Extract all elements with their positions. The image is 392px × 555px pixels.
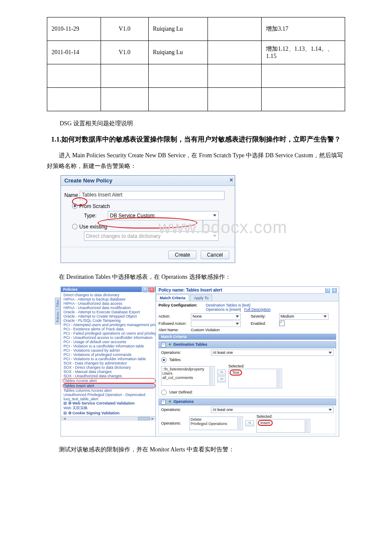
policy-tree-item[interactable]: Oracle - PL/SQL Code Tampering xyxy=(63,318,156,323)
operations-label: Operations: xyxy=(161,350,181,355)
operations-label-2: Operations: xyxy=(161,421,187,425)
policies-vtab[interactable]: Policies xyxy=(55,309,61,324)
policy-tree-item[interactable]: PCI - Attempted users and privileges man… xyxy=(63,323,156,327)
move-right-button[interactable]: ➪ xyxy=(217,370,226,376)
tab-apply-to[interactable]: Apply To xyxy=(190,295,212,301)
close-icon[interactable]: × xyxy=(149,287,155,293)
annotation-circle: Insert xyxy=(258,420,273,426)
collapse-icon[interactable]: − xyxy=(161,400,166,405)
policy-tree-item[interactable]: lurq_test_table_alert xyxy=(63,397,156,401)
policy-tree-item[interactable]: HIPAA - Attempt to backup database xyxy=(63,297,156,301)
policy-tree-item[interactable]: Direct changes to data dictionary xyxy=(63,293,156,297)
policies-panel: Policies ⟳ × Direct changes to data dict… xyxy=(61,286,339,436)
policy-tree-item[interactable]: SOX - Unauthorized data changes xyxy=(63,374,156,378)
tables-radio[interactable] xyxy=(161,357,167,363)
policy-tree-item[interactable]: PCI - Violations caused by admin xyxy=(63,348,156,353)
policy-tree-item[interactable]: SOX - Direct changes to data dictionary xyxy=(63,365,156,370)
policy-tree[interactable]: Direct changes to data dictionaryHIPAA -… xyxy=(61,292,156,416)
operations-combo[interactable]: At least one xyxy=(211,350,334,356)
name-label: Name xyxy=(64,192,78,198)
policy-tree-item[interactable]: Tables Insert alert xyxy=(63,383,156,388)
table-row xyxy=(47,64,345,88)
dest-tables-header[interactable]: − ✦ Destination Tables xyxy=(159,341,336,348)
available-tables-list[interactable]: ::fn_listextendedproperty Users all_col_… xyxy=(161,366,215,386)
v-scrollbar[interactable] xyxy=(277,370,281,387)
move-left-button[interactable]: ⇦ xyxy=(217,376,226,382)
policy-tree-item[interactable]: HIPAA - Unauthorized data modification xyxy=(63,306,156,310)
operations-combo-2[interactable]: At least one xyxy=(211,407,334,413)
severity-combo[interactable]: Medium xyxy=(279,313,329,320)
policy-tree-item[interactable]: Unauthorized Privileged Operation - Depr… xyxy=(63,393,156,397)
severity-label: Severity: xyxy=(251,314,277,318)
sidebar-header: Policies ⟳ × xyxy=(61,287,156,292)
section-heading: 1.1.如何对数据库中的敏感表设置操作限制，当有用户对敏感表进行限制操作时，立即… xyxy=(47,133,345,145)
dialog-title: Create New Policy × xyxy=(61,176,235,186)
collapse-icon[interactable]: − xyxy=(161,343,166,347)
policy-tree-item[interactable]: SOX - Manual data changes xyxy=(63,370,156,374)
policy-tree-item[interactable]: Tables columns Access alert xyxy=(63,388,156,393)
operations-header[interactable]: − ✦ Operations xyxy=(159,399,336,405)
policy-tree-item[interactable]: PCI - Violation to a cardholder informat… xyxy=(63,344,156,348)
desc-line-1: Destination Tables is [test] xyxy=(206,303,336,307)
plus-icon[interactable]: ✦ xyxy=(168,399,172,404)
tab-match-criteria[interactable]: Match Criteria xyxy=(156,295,189,301)
existing-combo[interactable]: Direct changes to data dictionary xyxy=(84,231,219,241)
policy-tree-item[interactable]: PCI - Usage of default user accounts xyxy=(63,340,156,344)
full-description-link[interactable]: Full Description xyxy=(244,307,271,312)
use-existing-radio[interactable] xyxy=(72,224,78,229)
enabled-label: Enabled: xyxy=(251,321,277,326)
v-scrollbar[interactable] xyxy=(305,420,309,432)
annotation-circle: Test xyxy=(230,370,242,376)
restore-icon[interactable]: ❐ xyxy=(325,288,331,294)
available-ops-list[interactable]: Delete Privileged Operations xyxy=(189,416,243,430)
policy-name-header: Policy name: Tables Insert alert ❐ S xyxy=(156,287,339,294)
policies-sidebar: Policies ⟳ × Direct changes to data dict… xyxy=(61,287,156,436)
history-table: 2010-11-29 V1.0 Ruiqiang Lu 增加3.17 2011-… xyxy=(47,17,345,111)
policy-tree-item[interactable]: Oracle - Attempt to Create Wrapped Objec… xyxy=(63,314,156,318)
intro-text: DSG 设置相关问题处理说明 xyxy=(60,120,345,127)
filter-vtab[interactable]: Filter xyxy=(55,298,61,309)
v-scrollbar[interactable] xyxy=(209,367,213,385)
policy-tree-item[interactable]: SOX - Data changes by administrator xyxy=(63,361,156,365)
create-button[interactable]: Create xyxy=(168,251,196,259)
policy-config-label: Policy Configuration: xyxy=(159,303,197,312)
desc-line-2: Operations is [insert] Full Description xyxy=(206,307,336,312)
from-scratch-radio[interactable] xyxy=(72,203,78,209)
selected-ops-list[interactable]: Insert xyxy=(257,419,310,433)
operations-label: Operations: xyxy=(161,408,181,412)
cancel-button[interactable]: Cancel xyxy=(201,251,229,259)
policy-tree-item[interactable]: Web 关联策略 xyxy=(63,405,156,411)
policy-tree-item[interactable]: ⊟ ⚙ Cookie Signing Validation xyxy=(63,411,156,415)
policy-tree-item[interactable]: ⊟ ⚙ Web Service Correlated Validation xyxy=(63,401,156,405)
refresh-icon[interactable]: ⟳ xyxy=(142,287,148,293)
chevron-down-icon xyxy=(213,214,216,217)
paragraph-2: 在 Destination Tables 中选择敏感表，在 Operations… xyxy=(47,272,345,282)
action-label: Action: xyxy=(159,314,188,318)
policy-tree-item[interactable]: Oracle - Attempt to Execute Database Exp… xyxy=(63,310,156,314)
policy-tree-item[interactable]: Tables Access alert xyxy=(63,378,156,383)
tables-radio-label: Tables: xyxy=(169,358,182,362)
policy-tree-item[interactable]: PCI - Unauthorized access to cardholder … xyxy=(63,335,156,340)
selected-label: Selected: xyxy=(228,364,282,368)
table-row: 2010-11-29 V1.0 Ruiqiang Lu 增加3.17 xyxy=(47,17,345,41)
enabled-checkbox[interactable] xyxy=(279,321,285,326)
chevron-down-icon xyxy=(213,235,216,237)
policy-tree-item[interactable]: PCI - Violations of privileged commands xyxy=(63,353,156,357)
action-combo[interactable]: None xyxy=(191,313,241,320)
policy-tree-item[interactable]: PCI - Existence alerts of Track data xyxy=(63,327,156,331)
h-scrollbar[interactable]: ◄► xyxy=(61,416,156,421)
followed-combo[interactable] xyxy=(191,321,241,327)
move-right-button[interactable]: ➪ xyxy=(245,420,254,426)
selected-tables-list[interactable]: Test xyxy=(228,369,282,388)
close-icon[interactable]: × xyxy=(230,176,233,183)
save-icon[interactable]: S xyxy=(331,288,337,294)
plus-icon[interactable]: ✦ xyxy=(168,342,172,347)
v-scrollbar[interactable] xyxy=(237,417,242,429)
user-defined-radio[interactable] xyxy=(161,390,167,395)
policy-tree-item[interactable]: PCI - Failed privileged operations on us… xyxy=(63,331,156,335)
policy-tree-item[interactable]: PCI - Violations to a cardholder informa… xyxy=(63,357,156,361)
policy-name-input[interactable]: Tables Insert Alert xyxy=(80,191,225,200)
policy-tree-item[interactable]: HIPAA - Unauthorized data access xyxy=(63,301,156,306)
paragraph-1: 进入 Main Policies Security Create New DB … xyxy=(47,150,345,171)
type-label: Type: xyxy=(84,213,108,219)
